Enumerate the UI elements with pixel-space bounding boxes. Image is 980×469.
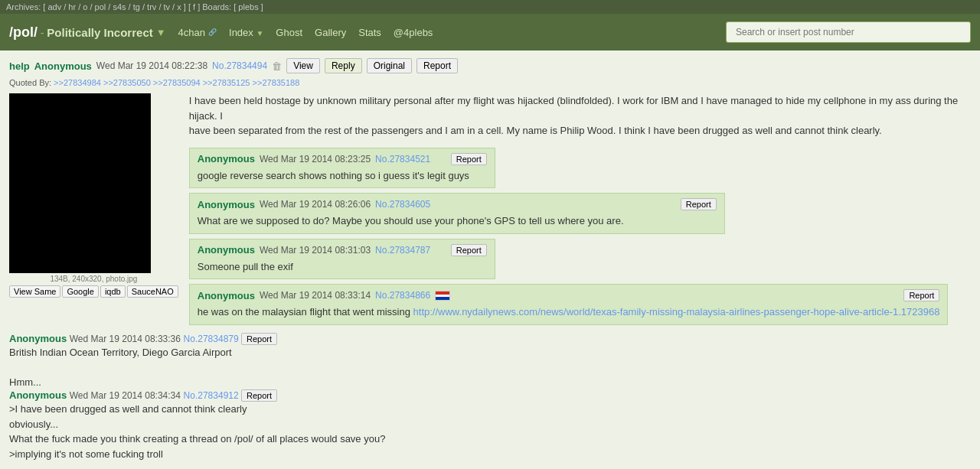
reply-report-button-3[interactable]: Report <box>903 289 939 301</box>
reply-date-2: Wed Mar 19 2014 08:31:03 <box>260 245 371 256</box>
flag-icon <box>435 291 450 301</box>
reply-postnum-link-0[interactable]: No.27834521 <box>375 154 430 164</box>
reply-report-button-1[interactable]: Report <box>681 198 717 210</box>
reply-post-0: Anonymous Wed Mar 19 2014 08:23:25 No.27… <box>189 148 495 189</box>
reply-postnum-3: No.27834866 <box>375 290 430 301</box>
bottom-post-num-link-0[interactable]: No.27834879 <box>184 334 239 344</box>
nav-link-index[interactable]: Index ▼ <box>229 27 263 38</box>
op-post-header: help Anonymous Wed Mar 19 2014 08:22:38 … <box>9 58 971 73</box>
reply-text-2: Someone pull the exif <box>198 259 487 275</box>
archive-link-tg[interactable]: tg <box>133 2 140 11</box>
reply-header-3: Anonymous Wed Mar 19 2014 08:33:14 No.27… <box>198 289 940 301</box>
view-button[interactable]: View <box>286 58 320 73</box>
nav-link-4plebs[interactable]: @4plebs <box>394 27 433 38</box>
iqdb-button[interactable]: iqdb <box>100 285 126 298</box>
board-link-plebs[interactable]: plebs <box>238 2 258 11</box>
saucenao-button[interactable]: SauceNAO <box>127 285 178 298</box>
archive-link-s4s[interactable]: s4s <box>113 2 126 11</box>
greentext-1b: >implying it's not some fucking troll <box>9 448 163 460</box>
archive-link-trv[interactable]: trv <box>147 2 156 11</box>
archive-link-pol[interactable]: pol <box>95 2 106 11</box>
main-content: help Anonymous Wed Mar 19 2014 08:22:38 … <box>0 50 980 469</box>
bottom-post-header-0: Anonymous Wed Mar 19 2014 08:33:36 No.27… <box>9 333 971 345</box>
bottom-post-report-0[interactable]: Report <box>241 333 277 345</box>
bottom-post-text-0: British Indian Ocean Territory, Diego Ga… <box>9 345 971 390</box>
quoted-ref-2[interactable]: >>27835050 <box>103 78 151 87</box>
bottom-post-name-0: Anonymous <box>9 333 67 344</box>
quoted-ref-3[interactable]: >>27835094 <box>153 78 201 87</box>
delete-icon[interactable]: 🗑 <box>272 60 282 72</box>
original-button[interactable]: Original <box>367 58 412 73</box>
reply-postnum-0: No.27834521 <box>375 154 430 164</box>
reply-postnum-link-3[interactable]: No.27834866 <box>375 290 430 301</box>
view-same-button[interactable]: View Same <box>9 285 60 298</box>
reply-text-3: he was on the malaysian flight that went… <box>198 305 940 320</box>
archive-link-x[interactable]: x <box>177 2 181 11</box>
search-input[interactable] <box>726 21 971 43</box>
bottom-post-1: Anonymous Wed Mar 19 2014 08:34:34 No.27… <box>9 389 438 461</box>
nav-link-ghost[interactable]: Ghost <box>276 27 302 38</box>
bottom-post-name-1: Anonymous <box>9 389 67 401</box>
nav-link-gallery[interactable]: Gallery <box>315 27 346 38</box>
archive-link-o[interactable]: o <box>83 2 87 11</box>
op-image-container: 134B, 240x320, photo.jpg View Same Googl… <box>9 93 178 298</box>
op-text-line1: I have been held hostage by unknown mili… <box>189 93 971 123</box>
archive-label: Archives: [ <box>6 2 47 11</box>
reply-name-3: Anonymous <box>198 290 255 301</box>
reply-button[interactable]: Reply <box>325 58 362 73</box>
reply-post-3: Anonymous Wed Mar 19 2014 08:33:14 No.27… <box>189 284 949 325</box>
reply-text-1: What are we supposed to do? Maybe you sh… <box>198 213 717 229</box>
greentext-1a: >I have been drugged as well and cannot … <box>9 403 247 415</box>
bottom-post-header-1: Anonymous Wed Mar 19 2014 08:34:34 No.27… <box>9 389 438 402</box>
nav-link-stats[interactable]: Stats <box>358 27 381 38</box>
reply-postnum-link-2[interactable]: No.27834787 <box>375 245 430 256</box>
title-dash: - <box>41 27 44 38</box>
quoted-ref-1[interactable]: >>27834984 <box>54 78 101 87</box>
reply-post-1: Anonymous Wed Mar 19 2014 08:26:06 No.27… <box>189 193 725 234</box>
quoted-ref-4[interactable]: >>27835125 <box>203 78 250 87</box>
quoted-ref-5[interactable]: >>27835188 <box>253 78 300 87</box>
reply-name-0: Anonymous <box>198 153 255 164</box>
reply-report-button-2[interactable]: Report <box>451 244 487 256</box>
archive-link-tv[interactable]: tv <box>164 2 171 11</box>
google-button[interactable]: Google <box>62 285 98 298</box>
reply-report-button-0[interactable]: Report <box>451 153 487 165</box>
reply-name-2: Anonymous <box>198 244 255 256</box>
reply-post-2: Anonymous Wed Mar 19 2014 08:31:03 No.27… <box>189 239 495 280</box>
op-name: Anonymous <box>34 60 92 72</box>
report-button[interactable]: Report <box>416 58 458 73</box>
bottom-post-report-1[interactable]: Report <box>241 389 277 402</box>
reply-header-1: Anonymous Wed Mar 19 2014 08:26:06 No.27… <box>198 198 717 210</box>
nav-link-4chan[interactable]: 4chan 🔗 <box>178 27 217 38</box>
op-postnum-link[interactable]: No.27834494 <box>212 60 267 71</box>
nav-bar: /pol/ - Politically Incorrect ▼ 4chan 🔗 … <box>0 14 980 50</box>
quoted-by: Quoted By: >>27834984 >>27835050 >>27835… <box>9 78 971 87</box>
reply-postnum-link-1[interactable]: No.27834605 <box>375 199 430 210</box>
bottom-post-date-1: Wed Mar 19 2014 08:34:34 <box>70 390 181 401</box>
archive-f: ] [ f ] Boards: [ <box>184 2 239 11</box>
quoted-by-label: Quoted By: <box>9 78 51 87</box>
op-text-line2: have been separated from the rest of the… <box>189 123 971 138</box>
op-postnum: No.27834494 <box>212 60 267 71</box>
op-image[interactable] <box>9 93 151 273</box>
archive-link-adv[interactable]: adv <box>47 2 61 11</box>
bottom-post-num-0: No.27834879 <box>184 334 241 344</box>
reply-name-1: Anonymous <box>198 199 255 210</box>
reply-header-0: Anonymous Wed Mar 19 2014 08:23:25 No.27… <box>198 153 487 165</box>
bottom-post-text-1b: What the fuck made you think creating a … <box>9 433 385 445</box>
reply-header-2: Anonymous Wed Mar 19 2014 08:31:03 No.27… <box>198 244 487 256</box>
reply-date-1: Wed Mar 19 2014 08:26:06 <box>260 199 371 210</box>
reply-date-3: Wed Mar 19 2014 08:33:14 <box>260 290 371 301</box>
bottom-post-num-1: No.27834912 <box>184 390 241 401</box>
archive-link-hr[interactable]: hr <box>68 2 76 11</box>
reply-postnum-2: No.27834787 <box>375 245 430 256</box>
op-help-label: help <box>9 60 30 72</box>
title-dropdown-arrow[interactable]: ▼ <box>156 27 166 38</box>
reply-link-3[interactable]: http://www.nydailynews.com/news/world/te… <box>413 306 940 318</box>
reply-postnum-1: No.27834605 <box>375 199 430 210</box>
bottom-post-num-link-1[interactable]: No.27834912 <box>184 390 239 401</box>
site-title: /pol/ <box>9 24 38 41</box>
op-body: 134B, 240x320, photo.jpg View Same Googl… <box>9 93 971 138</box>
bottom-post-0: Anonymous Wed Mar 19 2014 08:33:36 No.27… <box>9 333 971 390</box>
op-text-container: I have been held hostage by unknown mili… <box>189 93 971 138</box>
